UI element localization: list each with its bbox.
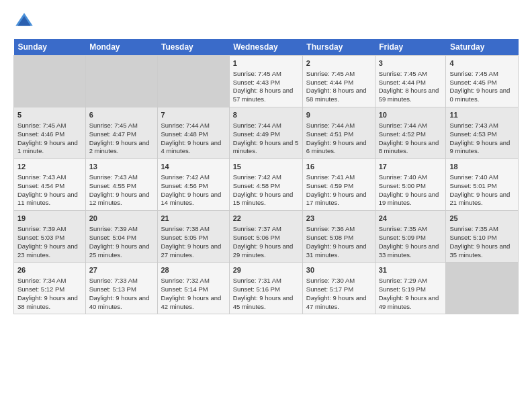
day-number: 21 <box>161 214 226 224</box>
day-info-line: Sunrise: 7:44 AM <box>161 122 226 130</box>
calendar-header-row: SundayMondayTuesdayWednesdayThursdayFrid… <box>14 39 519 56</box>
calendar-header-tuesday: Tuesday <box>157 39 229 56</box>
day-info-line: Sunrise: 7:31 AM <box>233 277 299 285</box>
day-info-line: Sunrise: 7:41 AM <box>306 173 371 182</box>
calendar-week-4: 19Sunrise: 7:39 AMSunset: 5:03 PMDayligh… <box>14 211 519 263</box>
day-info-line: Sunset: 4:48 PM <box>161 130 226 139</box>
day-info-line: Daylight: 9 hours and 6 minutes. <box>306 139 371 156</box>
day-info-line: Sunrise: 7:33 AM <box>89 277 154 285</box>
day-number: 19 <box>17 214 82 224</box>
page: SundayMondayTuesdayWednesdayThursdayFrid… <box>0 0 532 321</box>
day-info-line: Daylight: 9 hours and 14 minutes. <box>161 191 226 208</box>
calendar-cell: 24Sunrise: 7:35 AMSunset: 5:09 PMDayligh… <box>375 211 446 263</box>
calendar-cell: 8Sunrise: 7:44 AMSunset: 4:49 PMDaylight… <box>229 107 302 159</box>
day-info-line: Sunset: 4:47 PM <box>89 130 154 139</box>
calendar-cell: 15Sunrise: 7:42 AMSunset: 4:58 PMDayligh… <box>229 159 302 211</box>
day-number: 13 <box>89 162 154 172</box>
day-info-line: Daylight: 9 hours and 1 minute. <box>17 139 82 156</box>
day-info-line: Sunrise: 7:36 AM <box>306 225 371 234</box>
day-info-line: Sunset: 4:59 PM <box>306 182 371 191</box>
day-info-line: Sunset: 5:10 PM <box>449 234 515 242</box>
day-number: 12 <box>17 162 82 172</box>
calendar-cell: 20Sunrise: 7:39 AMSunset: 5:04 PMDayligh… <box>85 211 157 263</box>
calendar-cell: 26Sunrise: 7:34 AMSunset: 5:12 PMDayligh… <box>14 263 86 314</box>
day-info-line: Daylight: 9 hours and 27 minutes. <box>161 242 226 260</box>
day-info-line: Sunrise: 7:40 AM <box>379 173 443 182</box>
day-info-line: Sunrise: 7:45 AM <box>89 122 154 130</box>
day-info-line: Daylight: 9 hours and 35 minutes. <box>449 242 515 260</box>
day-info-line: Sunrise: 7:32 AM <box>161 277 226 285</box>
day-number: 11 <box>449 110 515 120</box>
day-number: 6 <box>89 110 154 120</box>
calendar-cell: 25Sunrise: 7:35 AMSunset: 5:10 PMDayligh… <box>446 211 519 263</box>
logo-icon <box>13 11 35 32</box>
calendar-cell: 1Sunrise: 7:45 AMSunset: 4:43 PMDaylight… <box>229 56 302 107</box>
day-info-line: Sunset: 4:46 PM <box>17 130 82 139</box>
calendar-cell: 17Sunrise: 7:40 AMSunset: 5:00 PMDayligh… <box>375 159 446 211</box>
day-info-line: Sunrise: 7:42 AM <box>161 173 226 182</box>
calendar-header-saturday: Saturday <box>446 39 519 56</box>
day-info-line: Daylight: 8 hours and 57 minutes. <box>233 87 299 104</box>
day-info-line: Sunrise: 7:44 AM <box>379 122 443 130</box>
day-info-line: Daylight: 9 hours and 11 minutes. <box>17 191 82 208</box>
day-number: 2 <box>306 58 371 68</box>
day-info-line: Sunrise: 7:35 AM <box>449 225 515 234</box>
calendar-cell: 31Sunrise: 7:29 AMSunset: 5:19 PMDayligh… <box>375 263 446 314</box>
calendar-cell: 11Sunrise: 7:43 AMSunset: 4:53 PMDayligh… <box>446 107 519 159</box>
calendar-cell <box>446 263 519 314</box>
day-info-line: Daylight: 9 hours and 31 minutes. <box>306 242 371 260</box>
day-info-line: Sunset: 5:17 PM <box>306 285 371 294</box>
calendar-cell: 30Sunrise: 7:30 AMSunset: 5:17 PMDayligh… <box>302 263 375 314</box>
day-info-line: Daylight: 9 hours and 42 minutes. <box>161 294 226 312</box>
day-info-line: Daylight: 9 hours and 45 minutes. <box>233 294 299 312</box>
day-info-line: Sunrise: 7:45 AM <box>306 70 371 79</box>
day-info-line: Sunrise: 7:43 AM <box>89 173 154 182</box>
day-info-line: Sunrise: 7:45 AM <box>233 70 299 79</box>
day-info-line: Sunrise: 7:45 AM <box>449 70 515 79</box>
day-info-line: Daylight: 9 hours and 15 minutes. <box>233 191 299 208</box>
day-info-line: Daylight: 9 hours and 29 minutes. <box>233 242 299 260</box>
day-info-line: Sunset: 5:04 PM <box>89 234 154 242</box>
day-info-line: Sunset: 5:09 PM <box>379 234 443 242</box>
day-info-line: Sunrise: 7:30 AM <box>306 277 371 285</box>
day-info-line: Sunrise: 7:38 AM <box>161 225 226 234</box>
calendar-week-1: 1Sunrise: 7:45 AMSunset: 4:43 PMDaylight… <box>14 56 519 107</box>
calendar-table: SundayMondayTuesdayWednesdayThursdayFrid… <box>13 39 519 314</box>
day-info-line: Sunrise: 7:44 AM <box>306 122 371 130</box>
day-number: 25 <box>449 214 515 224</box>
calendar-week-3: 12Sunrise: 7:43 AMSunset: 4:54 PMDayligh… <box>14 159 519 211</box>
day-number: 4 <box>449 58 515 68</box>
calendar-cell: 29Sunrise: 7:31 AMSunset: 5:16 PMDayligh… <box>229 263 302 314</box>
day-info-line: Sunrise: 7:39 AM <box>17 225 82 234</box>
day-number: 28 <box>161 265 226 275</box>
calendar-cell <box>85 56 157 107</box>
day-number: 26 <box>17 265 82 275</box>
day-info-line: Sunset: 5:05 PM <box>161 234 226 242</box>
calendar-cell: 9Sunrise: 7:44 AMSunset: 4:51 PMDaylight… <box>302 107 375 159</box>
day-info-line: Sunset: 5:06 PM <box>233 234 299 242</box>
day-info-line: Daylight: 8 hours and 58 minutes. <box>306 87 371 104</box>
day-info-line: Sunset: 5:01 PM <box>449 182 515 191</box>
calendar-cell: 14Sunrise: 7:42 AMSunset: 4:56 PMDayligh… <box>157 159 229 211</box>
day-number: 17 <box>379 162 443 172</box>
calendar-cell: 4Sunrise: 7:45 AMSunset: 4:45 PMDaylight… <box>446 56 519 107</box>
day-info-line: Daylight: 9 hours and 2 minutes. <box>89 139 154 156</box>
calendar-cell: 6Sunrise: 7:45 AMSunset: 4:47 PMDaylight… <box>85 107 157 159</box>
day-info-line: Sunset: 4:45 PM <box>449 79 515 87</box>
day-info-line: Sunrise: 7:34 AM <box>17 277 82 285</box>
day-info-line: Daylight: 9 hours and 21 minutes. <box>449 191 515 208</box>
calendar-cell: 5Sunrise: 7:45 AMSunset: 4:46 PMDaylight… <box>14 107 86 159</box>
calendar-cell: 22Sunrise: 7:37 AMSunset: 5:06 PMDayligh… <box>229 211 302 263</box>
day-info-line: Sunset: 5:03 PM <box>17 234 82 242</box>
day-number: 24 <box>379 214 443 224</box>
day-info-line: Daylight: 9 hours and 23 minutes. <box>17 242 82 260</box>
day-info-line: Sunset: 4:53 PM <box>449 130 515 139</box>
calendar-header-friday: Friday <box>375 39 446 56</box>
calendar-cell: 19Sunrise: 7:39 AMSunset: 5:03 PMDayligh… <box>14 211 86 263</box>
day-info-line: Sunrise: 7:42 AM <box>233 173 299 182</box>
day-info-line: Sunset: 5:12 PM <box>17 285 82 294</box>
day-number: 18 <box>449 162 515 172</box>
calendar-week-2: 5Sunrise: 7:45 AMSunset: 4:46 PMDaylight… <box>14 107 519 159</box>
day-info-line: Daylight: 9 hours and 40 minutes. <box>89 294 154 312</box>
calendar-cell: 2Sunrise: 7:45 AMSunset: 4:44 PMDaylight… <box>302 56 375 107</box>
